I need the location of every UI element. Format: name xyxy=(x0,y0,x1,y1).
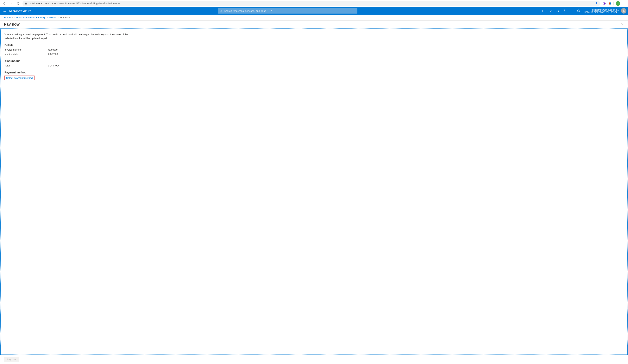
account-directory: DEFAULT DIRECTORY (BILLTEST4... xyxy=(584,11,619,13)
cloud-shell-icon xyxy=(542,9,545,12)
invoice-date-value: 2/8/2020 xyxy=(48,53,58,56)
extension-icon-1[interactable] xyxy=(603,2,606,5)
settings-button[interactable] xyxy=(561,7,568,15)
cloud-shell-button[interactable] xyxy=(540,7,547,15)
pay-now-button[interactable]: Pay now xyxy=(4,357,19,362)
person-icon xyxy=(622,9,626,13)
feedback-icon xyxy=(577,9,580,12)
help-button[interactable] xyxy=(568,7,575,15)
gear-icon xyxy=(563,9,566,12)
payment-method-heading: Payment method xyxy=(4,71,624,74)
invoice-number-row: Invoice number xxxxxxxx xyxy=(4,48,624,51)
bookmark-star-icon[interactable] xyxy=(595,1,598,5)
breadcrumb-home[interactable]: Home xyxy=(4,16,11,19)
help-icon xyxy=(570,9,573,12)
breadcrumb-current: Pay now xyxy=(60,16,70,19)
reload-button[interactable] xyxy=(15,1,21,6)
url-text: portal.azure.com/#blade/Microsoft_Azure_… xyxy=(29,2,120,5)
extensions-area: J xyxy=(602,1,627,6)
extension-icon-2[interactable] xyxy=(608,2,612,5)
breadcrumb-billing[interactable]: Cost Management + Billing - Invoices xyxy=(14,16,56,19)
account-info[interactable]: billtest456tw@outlook.c... DEFAULT DIREC… xyxy=(582,8,620,13)
close-icon xyxy=(621,23,624,26)
arrow-right-icon xyxy=(10,2,13,5)
hamburger-icon xyxy=(3,9,6,12)
account-email: billtest456tw@outlook.c... xyxy=(584,8,619,11)
pay-now-blade: Pay now You are making a one-time paymen… xyxy=(0,20,628,364)
breadcrumb: Home › Cost Management + Billing - Invoi… xyxy=(0,15,628,20)
chrome-profile-avatar[interactable]: J xyxy=(616,1,620,6)
back-button[interactable] xyxy=(1,1,7,6)
global-search[interactable] xyxy=(218,8,357,13)
portal-menu-button[interactable] xyxy=(0,7,9,15)
invoice-date-label: Invoice date xyxy=(4,53,48,56)
forward-button[interactable] xyxy=(8,1,14,6)
select-payment-method-link[interactable]: Select payment method xyxy=(5,76,34,80)
azure-header: Microsoft Azure billtest456tw@outlook.c.… xyxy=(0,7,628,15)
account-avatar[interactable] xyxy=(621,8,627,13)
blade-body: You are making a one-time payment. Your … xyxy=(0,28,628,355)
chrome-menu-button[interactable] xyxy=(622,2,626,5)
total-value: 314 TWD xyxy=(48,64,59,67)
arrow-left-icon xyxy=(3,2,6,5)
address-bar[interactable]: portal.azure.com/#blade/Microsoft_Azure_… xyxy=(22,1,600,6)
invoice-number-label: Invoice number xyxy=(4,48,48,51)
svg-rect-5 xyxy=(543,10,545,12)
svg-point-6 xyxy=(564,10,565,11)
highlight-annotation: Select payment method xyxy=(4,75,34,80)
invoice-date-row: Invoice date 2/8/2020 xyxy=(4,53,624,56)
details-heading: Details xyxy=(4,44,624,47)
svg-point-8 xyxy=(623,9,625,11)
close-blade-button[interactable] xyxy=(620,22,624,26)
chevron-right-icon: › xyxy=(58,16,59,19)
directory-filter-button[interactable] xyxy=(547,7,554,15)
svg-rect-3 xyxy=(610,2,611,4)
azure-brand[interactable]: Microsoft Azure xyxy=(9,9,35,13)
header-tools xyxy=(540,7,582,15)
search-input[interactable] xyxy=(224,9,355,12)
lock-icon xyxy=(25,2,27,5)
filter-icon xyxy=(549,9,552,12)
invoice-number-value: xxxxxxxx xyxy=(48,48,58,51)
notifications-button[interactable] xyxy=(554,7,561,15)
total-label: Total xyxy=(4,64,48,67)
browser-toolbar: portal.azure.com/#blade/Microsoft_Azure_… xyxy=(0,0,628,7)
intro-text: You are making a one-time payment. Your … xyxy=(4,33,129,40)
bell-icon xyxy=(556,9,559,12)
search-icon xyxy=(220,9,223,12)
svg-point-1 xyxy=(604,3,605,4)
blade-title: Pay now xyxy=(4,22,20,27)
feedback-button[interactable] xyxy=(575,7,582,15)
amount-due-heading: Amount due xyxy=(4,60,624,63)
reload-icon xyxy=(17,2,20,5)
total-row: Total 314 TWD xyxy=(4,64,624,67)
blade-footer: Pay now xyxy=(0,355,628,364)
chevron-right-icon: › xyxy=(12,16,13,19)
svg-point-4 xyxy=(220,10,222,11)
svg-rect-2 xyxy=(609,2,610,4)
svg-point-7 xyxy=(577,10,580,12)
